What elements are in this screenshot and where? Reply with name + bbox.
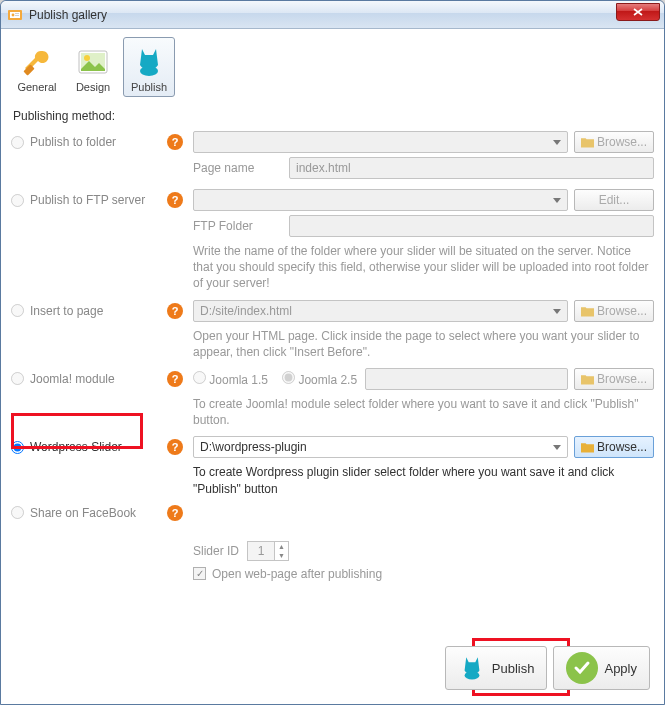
ftp-folder-input[interactable]: [289, 215, 654, 237]
checkbox-icon: ✓: [193, 567, 206, 580]
section-title: Publishing method:: [13, 109, 654, 123]
joomla-version-group: Joomla 1.5 Joomla 2.5: [193, 371, 357, 387]
svg-point-10: [464, 671, 479, 679]
folder-path-combo[interactable]: [193, 131, 568, 153]
wordpress-desc: To create Wordpress plugin slider select…: [193, 464, 654, 496]
slider-id-label: Slider ID: [193, 544, 239, 558]
browse-wordpress-button[interactable]: Browse...: [574, 436, 654, 458]
tab-label: Design: [76, 81, 110, 93]
tab-bar: General Design Publish: [11, 33, 654, 103]
publish-button[interactable]: Publish: [445, 646, 548, 690]
cat-icon: [458, 654, 486, 682]
publish-dialog: Publish gallery General Design: [0, 0, 665, 705]
folder-icon: [581, 136, 594, 148]
page-name-input[interactable]: index.html: [289, 157, 654, 179]
insert-page-combo[interactable]: D:/site/index.html: [193, 300, 568, 322]
svg-rect-4: [15, 15, 19, 16]
apply-button[interactable]: Apply: [553, 646, 650, 690]
radio-publish-folder[interactable]: Publish to folder: [11, 135, 161, 149]
svg-rect-5: [23, 64, 34, 75]
tab-label: General: [17, 81, 56, 93]
spinner-up-icon[interactable]: ▲: [275, 542, 288, 551]
help-icon[interactable]: ?: [167, 505, 183, 521]
slider-id-spinner[interactable]: 1 ▲▼: [247, 541, 289, 561]
radio-facebook[interactable]: Share on FaceBook: [11, 506, 161, 520]
browse-joomla-button[interactable]: Browse...: [574, 368, 654, 390]
insert-desc: Open your HTML page. Click inside the pa…: [193, 328, 654, 360]
browse-page-button[interactable]: Browse...: [574, 300, 654, 322]
edit-ftp-button[interactable]: Edit...: [574, 189, 654, 211]
help-icon[interactable]: ?: [167, 439, 183, 455]
svg-point-9: [140, 66, 158, 76]
tab-design[interactable]: Design: [67, 37, 119, 97]
open-after-checkbox[interactable]: ✓ Open web-page after publishing: [193, 567, 382, 581]
cat-icon: [132, 45, 166, 79]
window-title: Publish gallery: [29, 8, 616, 22]
page-name-label: Page name: [193, 161, 283, 175]
radio-ftp[interactable]: Publish to FTP server: [11, 193, 161, 207]
radio-insert-page[interactable]: Insert to page: [11, 304, 161, 318]
close-icon: [633, 8, 643, 16]
dialog-footer: Publish Apply: [445, 646, 650, 690]
svg-rect-3: [15, 13, 19, 14]
folder-icon: [581, 441, 594, 453]
tab-label: Publish: [131, 81, 167, 93]
tab-publish[interactable]: Publish: [123, 37, 175, 97]
help-icon[interactable]: ?: [167, 371, 183, 387]
help-icon[interactable]: ?: [167, 134, 183, 150]
wordpress-folder-combo[interactable]: D:\wordpress-plugin: [193, 436, 568, 458]
folder-icon: [581, 373, 594, 385]
radio-joomla[interactable]: Joomla! module: [11, 372, 161, 386]
spinner-down-icon[interactable]: ▼: [275, 551, 288, 560]
app-icon: [7, 7, 23, 23]
ftp-desc: Write the name of the folder where your …: [193, 243, 654, 292]
joomla-desc: To create Joomla! module select folder w…: [193, 396, 654, 428]
browse-folder-button[interactable]: Browse...: [574, 131, 654, 153]
folder-icon: [581, 305, 594, 317]
radio-joomla15[interactable]: Joomla 1.5: [193, 371, 268, 387]
joomla-folder-input[interactable]: [365, 368, 568, 390]
help-icon[interactable]: ?: [167, 303, 183, 319]
ftp-folder-label: FTP Folder: [193, 219, 283, 233]
ftp-server-combo[interactable]: [193, 189, 568, 211]
highlight-wordpress-radio: [11, 413, 143, 449]
image-icon: [76, 45, 110, 79]
check-icon: [566, 652, 598, 684]
svg-point-8: [84, 55, 90, 61]
titlebar[interactable]: Publish gallery: [1, 1, 664, 29]
radio-joomla25[interactable]: Joomla 2.5: [282, 371, 357, 387]
wrench-icon: [20, 45, 54, 79]
tab-general[interactable]: General: [11, 37, 63, 97]
help-icon[interactable]: ?: [167, 192, 183, 208]
svg-point-2: [12, 13, 15, 16]
close-button[interactable]: [616, 3, 660, 21]
dialog-body: General Design Publish Publishing method…: [1, 29, 664, 704]
